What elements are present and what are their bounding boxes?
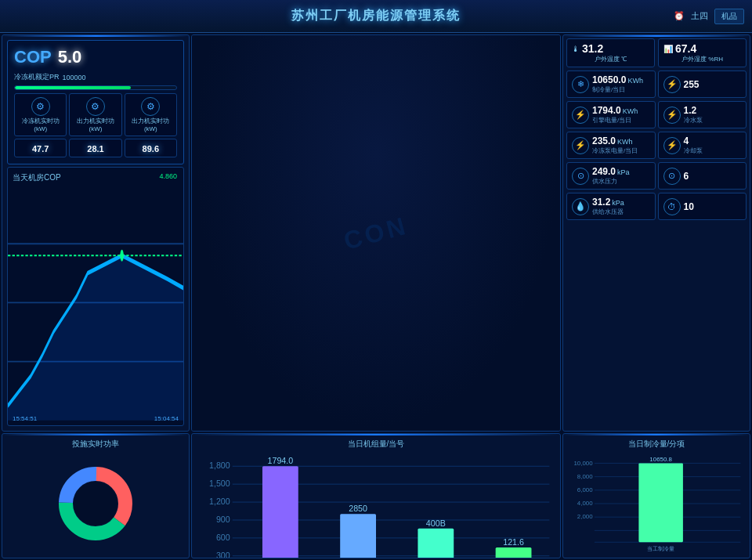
stat-info-timer: 10 xyxy=(684,201,742,212)
outdoor-humidity-label: 户外湿度 %RH xyxy=(663,55,741,63)
metric-icon-0: ⚙ xyxy=(31,97,50,116)
cool-pump-label: 冷却泵 xyxy=(684,146,742,155)
freeze-pump-value: 235.0 xyxy=(592,135,616,146)
svg-rect-69 xyxy=(496,547,532,558)
cop-chart-time-end: 15:04:54 xyxy=(154,415,179,422)
stats-row-0: ❄ 10650.0 KWh 制冷量/当日 ⚡ 255 xyxy=(566,70,747,98)
clock-icon: ⏰ xyxy=(674,11,685,21)
cop-bar-value: 100000 xyxy=(63,74,86,81)
gauge-icon-0: ⊙ xyxy=(572,168,589,185)
cop-chart-title: 当天机房COP xyxy=(13,172,179,183)
cool-pump-value: 4 xyxy=(684,135,742,146)
svg-text:1,200: 1,200 xyxy=(209,497,230,506)
power-icon-4: ⚡ xyxy=(663,137,681,154)
water-supply-value: 31.2 xyxy=(592,197,610,208)
cooling-energy-unit: KWh xyxy=(627,77,643,85)
value-box-1: 28.1 xyxy=(69,139,121,157)
engine-power-label: 引擎电量/当日 xyxy=(592,116,650,125)
stat-timer: ⏱ 10 xyxy=(658,193,747,220)
bottom-left-title: 投施实时功率 xyxy=(7,439,184,450)
svg-text:1,500: 1,500 xyxy=(209,479,230,488)
cold-water-label: 冷水泵 xyxy=(684,116,742,125)
svg-text:2,000: 2,000 xyxy=(577,513,593,520)
stat-info-cold-water: 1.2 冷水泵 xyxy=(684,105,742,125)
svg-text:10,000: 10,000 xyxy=(573,460,593,467)
stat-value-col2-0: 255 xyxy=(684,79,742,90)
bottom-center-panel: 当日机组量/当号 1,800 1,500 1,200 900 600 300 xyxy=(191,433,561,558)
stat-cold-water: ⚡ 1.2 冷水泵 xyxy=(658,101,747,128)
stat-info-col2-0: 255 xyxy=(684,79,742,90)
values-row: 47.7 28.1 89.6 xyxy=(14,139,177,157)
stats-row-3: ⊙ 249.0 kPa 供水压力 ⊙ 6 xyxy=(566,162,747,190)
header-btn1[interactable]: 机品 xyxy=(714,9,744,24)
cop-bar-container xyxy=(14,85,177,90)
power-icon-2: ⚡ xyxy=(663,107,681,124)
water-supply-unit: kPa xyxy=(612,199,624,207)
svg-rect-86 xyxy=(638,463,683,542)
cop-section: COP 5.0 冷冻机额定PR 100000 ⚙ 冷冻机实时功(kW) ⚙ 出力… xyxy=(7,40,184,164)
cop-chart-time-start: 15:54:51 xyxy=(13,415,37,422)
stat-info-cool-pump: 4 冷却泵 xyxy=(684,135,742,155)
stat-water-supply: 💧 31.2 kPa 供给水压器 xyxy=(566,193,656,220)
svg-text:900: 900 xyxy=(216,515,230,524)
main-content: COP 5.0 冷冻机额定PR 100000 ⚙ 冷冻机实时功(kW) ⚙ 出力… xyxy=(0,33,752,560)
svg-text:1794.0: 1794.0 xyxy=(268,456,294,465)
svg-text:1,800: 1,800 xyxy=(209,461,230,470)
header-time-label: 土四 xyxy=(691,10,708,22)
svg-text:400B: 400B xyxy=(426,518,446,528)
water-pressure-value: 249.0 xyxy=(592,166,616,177)
bottom-right-panel: 当日制冷量/分项 10,000 8,000 6,000 4,000 2,000 xyxy=(562,433,750,558)
water-supply-label: 供给水压器 xyxy=(592,208,650,216)
power-icon-1: ⚡ xyxy=(572,107,589,124)
svg-point-49 xyxy=(74,482,118,526)
stat-water-pressure: ⊙ 249.0 kPa 供水压力 xyxy=(566,162,656,190)
stat-info-freeze-pump: 235.0 KWh 冷冻泵电量/当日 xyxy=(592,135,650,155)
outdoor-temp-label: 户外温度 ℃ xyxy=(572,55,649,63)
stat-info-water-pressure: 249.0 kPa 供水压力 xyxy=(592,166,650,186)
value-box-2: 89.6 xyxy=(125,139,177,157)
center-panel: CON xyxy=(191,34,561,432)
right-panel: 🌡 31.2 户外温度 ℃ 📊 67.4 户外湿度 %RH ❄ 10650.0 xyxy=(562,34,750,432)
bar-chart-icon: 📊 xyxy=(663,45,673,53)
header-title: 苏州工厂机房能源管理系统 xyxy=(291,8,461,24)
metric-label-2: 出力机实时功(kW) xyxy=(128,117,173,132)
sensor-outdoor-humidity: 📊 67.4 户外湿度 %RH xyxy=(658,38,747,67)
svg-text:10650.8: 10650.8 xyxy=(649,456,672,463)
header: 苏州工厂机房能源管理系统 ⏰ 土四 机品 xyxy=(0,0,752,33)
svg-text:当工制冷量: 当工制冷量 xyxy=(647,546,674,552)
gauge-col2-value: 6 xyxy=(684,171,742,182)
cop-header: COP 5.0 xyxy=(14,47,177,67)
bottom-left-panel: 投施实时功率 xyxy=(2,433,190,558)
water-pressure-label: 供水压力 xyxy=(592,177,650,186)
outdoor-humidity-value: 67.4 xyxy=(675,42,696,55)
center-bg xyxy=(192,35,560,431)
svg-rect-63 xyxy=(262,466,298,558)
stat-freeze-pump: ⚡ 235.0 KWh 冷冻泵电量/当日 xyxy=(566,132,656,159)
stat-gauge-col2: ⊙ 6 xyxy=(658,162,747,190)
metric-value-0: 47.7 xyxy=(18,144,63,154)
cop-bar-label: 冷冻机额定PR xyxy=(14,72,60,82)
donut-chart-svg xyxy=(52,461,139,547)
stats-row-1: ⚡ 1794.0 KWh 引擎电量/当日 ⚡ 1.2 冷水泵 xyxy=(566,101,747,128)
cop-chart-max: 4.860 xyxy=(159,172,177,180)
svg-text:6,000: 6,000 xyxy=(577,486,593,493)
bottom-center-chart: 1,800 1,500 1,200 900 600 300 1794.0 xyxy=(197,454,555,558)
bottom-center-title: 当日机组量/当号 xyxy=(197,439,555,450)
sensor-outdoor-temp: 🌡 31.2 户外温度 ℃ xyxy=(566,38,655,67)
donut-container xyxy=(7,454,184,553)
thermometer-icon: 🌡 xyxy=(572,45,580,53)
stat-info-gauge-col2: 6 xyxy=(684,171,742,182)
svg-text:4,000: 4,000 xyxy=(577,500,593,507)
timer-icon: ⏱ xyxy=(663,198,681,215)
metric-icon-2: ⚙ xyxy=(141,97,160,116)
outdoor-temp-value: 31.2 xyxy=(582,42,603,55)
svg-text:8,000: 8,000 xyxy=(577,473,593,480)
cold-water-value: 1.2 xyxy=(684,105,742,116)
engine-power-unit: KWh xyxy=(623,107,638,115)
metric-label-0: 冷冻机实时功(kW) xyxy=(18,117,63,132)
timer-value: 10 xyxy=(684,201,742,212)
cop-chart-footer: 15:54:51 15:04:54 xyxy=(13,415,179,422)
bottom-right-chart-container: 10,000 8,000 6,000 4,000 2,000 10650.8 当… xyxy=(568,454,745,553)
cop-value: 5.0 xyxy=(58,47,82,67)
svg-text:300: 300 xyxy=(216,551,230,558)
